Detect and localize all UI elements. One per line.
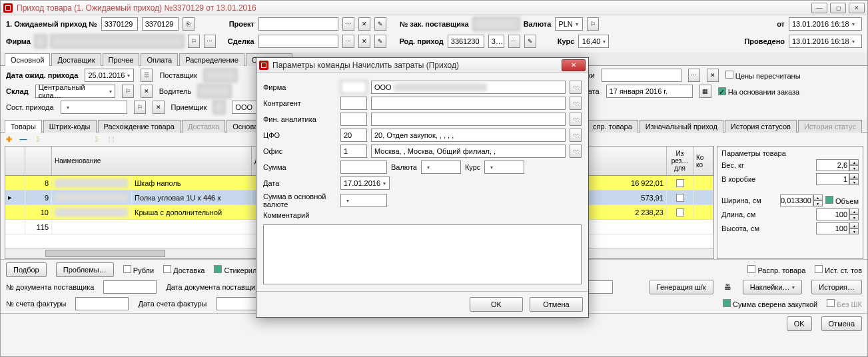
vki-lookup-icon[interactable]: ⋯ [688,69,700,82]
cols-icon[interactable]: ⦙⦙ [91,134,102,145]
tab-distribution[interactable]: Распределение [179,53,244,66]
tab-barcodes[interactable]: Штрих-коды [43,120,97,133]
deal-clear-icon[interactable]: ✕ [358,35,370,48]
tab-status-hist2[interactable]: История статус [798,120,862,133]
m-contragent-name[interactable] [371,97,566,110]
tab-orig[interactable]: Изначальный приход [640,120,723,133]
copy-icon[interactable]: ⎘ [183,17,195,31]
posted-date-field[interactable]: 13.01.2016 16:18 [789,35,862,48]
tab-delivery[interactable]: Доставщик [51,53,101,66]
warehouse-clear-icon[interactable]: ✕ [141,85,153,98]
firm-code[interactable] [35,35,47,48]
tab-main[interactable]: Основной [5,53,50,66]
m-firm-name[interactable]: ООО [371,81,566,94]
expected-date-field[interactable]: 25.01.2016 [85,69,134,82]
m-office-lookup-icon[interactable]: ⋯ [570,145,582,158]
status-clear-icon[interactable]: ✕ [153,101,165,114]
m-contragent-lookup-icon[interactable]: ⋯ [570,97,582,110]
m-cfo-code[interactable]: 20 [340,129,367,142]
tab-delivery2[interactable]: Доставка [182,120,225,133]
minimize-button[interactable]: — [811,3,827,13]
project-clear-icon[interactable]: ✕ [358,17,370,31]
firm-field[interactable] [51,35,184,48]
expected-date-cal-icon[interactable]: ☰ [141,69,153,82]
project-lookup-icon[interactable]: ⋯ [342,17,354,31]
num1-field[interactable]: 3370129 [101,17,138,31]
rubles-check[interactable]: Рубли [123,265,154,274]
weight-spinner[interactable]: ▴▾ [816,159,859,171]
receiver-code[interactable] [213,101,225,114]
warehouse-combo[interactable]: Центральный скла… [35,85,115,98]
vki-field[interactable] [602,69,681,82]
prices-recalc-check[interactable]: Цены пересчитаны [725,71,801,80]
currency-combo[interactable]: PLN [555,17,583,31]
bars-icon[interactable]: ⦙⦙ [33,134,43,145]
doc-num-sup-field[interactable] [103,280,157,294]
stickers-button[interactable]: Наклейки… [743,280,803,294]
m-rate-combo[interactable] [484,161,524,174]
status-flag-icon[interactable]: ⚐ [134,101,146,114]
volume-check[interactable]: Объем [825,196,859,205]
inbox-spinner[interactable]: ▴▾ [816,173,859,185]
deal-edit-icon[interactable]: ✎ [374,35,386,48]
firm-flag-icon[interactable]: ⚐ [188,35,200,48]
calendar-icon[interactable]: ▦ [699,85,711,98]
project-field[interactable] [258,17,338,31]
add-icon[interactable]: ✚ [3,134,14,145]
tab-other[interactable]: Прочее [103,53,140,66]
main-cancel-button[interactable]: Отмена [821,316,862,331]
length-spinner[interactable]: ▴▾ [816,208,859,220]
tab-payment[interactable]: Оплата [141,53,178,66]
supplier-order-field[interactable] [473,17,520,31]
receiver-field[interactable]: ООО [232,101,258,114]
raspr-check[interactable]: Распр. товара [747,265,805,274]
gen-sk-button[interactable]: Генерация ш/к [650,280,713,294]
m-cfo-name[interactable]: 20, Отдел закупок, , , , , [371,129,566,142]
modal-ok-button[interactable]: OK [470,297,523,312]
modal-close-button[interactable]: ✕ [562,59,586,71]
m-office-name[interactable]: Москва, , Москва, Общий филиал, , [371,145,566,158]
driver-field[interactable] [198,85,231,98]
supplier-field[interactable] [204,69,237,82]
tab-status-hist[interactable]: История статусов [725,120,797,133]
main-ok-button[interactable]: OK [787,316,812,331]
tab-goods[interactable]: Товары [5,120,42,133]
tab-spr[interactable]: спр. товара [587,120,638,133]
m-sum-base-field[interactable] [340,194,387,207]
m-office-code[interactable]: 1 [340,145,367,158]
vki-datepicker[interactable]: 17 января 2016 г. [606,85,693,98]
m-currency-combo[interactable] [421,161,461,174]
m-contragent-code[interactable] [340,97,367,110]
from-date-field[interactable]: 13.01.2016 16:18 [789,17,862,31]
m-firm-lookup-icon[interactable]: ⋯ [570,81,582,94]
ist-check[interactable]: Ист. ст. тов [815,265,862,274]
select-button[interactable]: Подбор [6,262,47,277]
warehouse-flag-icon[interactable]: ⚐ [122,85,134,98]
height-spinner[interactable]: ▴▾ [816,222,859,234]
num2-field[interactable]: 3370129 [142,17,179,31]
parent-field2[interactable]: 3… [488,35,504,48]
maximize-button[interactable]: ◻ [830,3,846,13]
remove-icon[interactable]: — [18,134,29,145]
parent-field[interactable]: 3361230 [448,35,484,48]
problems-button[interactable]: Проблемы… [56,262,114,277]
m-fin-code[interactable] [340,113,367,126]
deal-lookup-icon[interactable]: ⋯ [342,35,354,48]
modal-cancel-button[interactable]: Отмена [530,297,583,312]
cols2-icon[interactable]: ⦙ ⦙ [106,134,117,145]
history-button[interactable]: История… [811,280,862,294]
parent-edit-icon[interactable]: ✎ [524,35,536,48]
deal-field[interactable] [258,35,338,48]
m-comment-field[interactable] [263,224,582,284]
close-button[interactable]: ✕ [849,3,865,13]
vki-clear-icon[interactable]: ✕ [707,69,719,82]
rate-field[interactable]: 16,40 [578,35,609,48]
tab-discrepancy[interactable]: Расхождение товара [98,120,181,133]
based-on-order-check[interactable]: ✓ На основании заказа [718,87,800,96]
m-fin-lookup-icon[interactable]: ⋯ [570,113,582,126]
stickered-check[interactable]: Стикерили [214,265,260,274]
sum-verified-check[interactable]: Сумма сверена закупкой [723,299,817,308]
width-spinner[interactable]: ▴▾ [780,194,823,206]
delivery-check[interactable]: Доставка [163,265,205,274]
m-date-field[interactable]: 17.01.2016 [340,177,390,190]
